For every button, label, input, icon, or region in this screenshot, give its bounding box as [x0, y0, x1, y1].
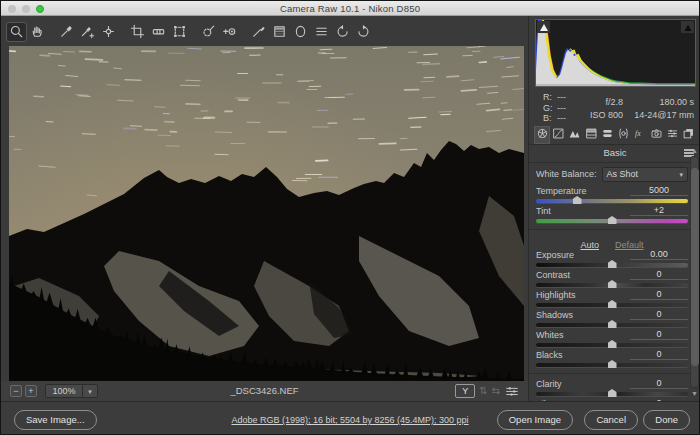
slider-label: Blacks [536, 350, 563, 360]
footer-bar: Save Image... Adobe RGB (1998); 16 bit; … [1, 401, 699, 435]
transform-tool[interactable] [169, 22, 190, 42]
rgb-g-value: --- [557, 103, 566, 113]
panel-tabs: fx [534, 126, 697, 144]
zoom-tool[interactable] [6, 22, 27, 42]
slider-label: Temperature [536, 186, 587, 196]
tab-detail-icon [568, 126, 581, 144]
slider-thumb[interactable] [608, 360, 617, 368]
slider-track[interactable] [536, 343, 688, 347]
white-balance-label: White Balance: [536, 169, 597, 179]
save-image-button[interactable]: Save Image... [14, 410, 97, 430]
hand-tool-icon [30, 24, 45, 39]
tab-effects[interactable]: fx [632, 126, 648, 144]
slider-track[interactable] [536, 363, 688, 367]
rotate-right-button[interactable] [353, 22, 374, 42]
slider-tint: Tint +2 [536, 205, 688, 225]
cancel-button[interactable]: Cancel [584, 410, 638, 430]
slider-track[interactable] [536, 392, 688, 396]
slider-value-field[interactable]: 0 [630, 349, 688, 360]
rotate-left-button[interactable] [332, 22, 353, 42]
slider-value-field[interactable]: +2 [630, 205, 688, 216]
tab-camera-calibration[interactable] [648, 126, 664, 144]
slider-value-field[interactable]: 0 [630, 329, 688, 340]
slider-track[interactable] [536, 199, 688, 203]
slider-thumb[interactable] [608, 280, 617, 288]
targeted-adjustment-tool[interactable] [98, 22, 119, 42]
shadow-clipping-indicator[interactable] [537, 21, 550, 33]
white-balance-select[interactable]: As Shot▾ [602, 167, 688, 182]
tab-split-toning[interactable] [599, 126, 615, 144]
slider-value-field[interactable]: 0 [630, 309, 688, 320]
targeted-adjustment-tool-icon [101, 24, 116, 39]
tab-detail[interactable] [567, 126, 583, 144]
straighten-tool[interactable] [148, 22, 169, 42]
tab-snapshots[interactable] [681, 126, 697, 144]
red-eye-tool[interactable] [219, 22, 240, 42]
svg-text:fx: fx [636, 129, 642, 138]
slider-label: Clarity [536, 379, 562, 389]
slider-label: Tint [536, 206, 551, 216]
slider-thumb[interactable] [608, 320, 617, 328]
slider-track[interactable] [536, 263, 688, 267]
red-eye-tool-icon [222, 24, 237, 39]
tab-basic[interactable] [534, 126, 550, 144]
adjustment-brush-tool[interactable] [248, 22, 269, 42]
preferences-button-icon [314, 24, 329, 39]
copy-settings-icon[interactable]: ⇆ [492, 384, 500, 398]
slider-label: Highlights [536, 290, 576, 300]
slider-blacks: Blacks 0 [536, 349, 688, 369]
panel-title: Basic [529, 147, 700, 158]
tab-tone-curve[interactable] [550, 126, 566, 144]
slider-thumb[interactable] [608, 389, 617, 397]
tab-hsl-grayscale[interactable] [583, 126, 599, 144]
scrollbar-thumb[interactable] [691, 168, 699, 366]
rgb-r-value: --- [557, 92, 566, 102]
slider-thumb[interactable] [608, 300, 617, 308]
slider-value-field[interactable]: 0 [630, 269, 688, 280]
slider-value-field[interactable]: 0.00 [630, 249, 688, 260]
slider-thumb[interactable] [608, 260, 617, 268]
basic-controls: White Balance: As Shot▾ Temperature 5000… [536, 166, 688, 418]
preview-preferences-button[interactable] [504, 384, 520, 398]
slider-value-field[interactable]: 0 [630, 378, 688, 389]
slider-value-field[interactable]: 5000 [630, 185, 688, 196]
spot-removal-tool[interactable] [198, 22, 219, 42]
slider-value-field[interactable]: 0 [630, 289, 688, 300]
slider-thumb[interactable] [608, 340, 617, 348]
slider-thumb[interactable] [573, 196, 582, 204]
graduated-filter-tool[interactable] [269, 22, 290, 42]
photo-star-trails-mountains [9, 46, 524, 381]
slider-label: Whites [536, 330, 564, 340]
tab-presets[interactable] [664, 126, 680, 144]
color-sampler-tool[interactable] [77, 22, 98, 42]
exif-info: R:--- G:--- B:--- f/2.8180.00 s ISO 8001… [535, 92, 696, 124]
radial-filter-tool[interactable] [290, 22, 311, 42]
panel-header: Basic [529, 147, 700, 160]
tab-lens-corrections[interactable] [615, 126, 631, 144]
tab-hsl-grayscale-icon [585, 126, 598, 144]
slider-track[interactable] [536, 323, 688, 327]
white-balance-tool[interactable] [56, 22, 77, 42]
before-after-toggle-button[interactable]: Y [455, 384, 475, 398]
slider-shadows: Shadows 0 [536, 309, 688, 329]
crop-tool[interactable] [127, 22, 148, 42]
preferences-button[interactable] [311, 22, 332, 42]
slider-track[interactable] [536, 283, 688, 287]
image-preview[interactable] [9, 46, 524, 381]
scroll-down-icon[interactable]: ▼ [690, 389, 699, 398]
slider-track[interactable] [536, 303, 688, 307]
done-button[interactable]: Done [643, 410, 690, 430]
swap-before-after-icon[interactable]: ⇅ [479, 384, 487, 398]
slider-label: Shadows [536, 310, 573, 320]
workflow-options-link[interactable]: Adobe RGB (1998); 16 bit; 5504 by 8256 (… [231, 415, 468, 425]
open-image-button[interactable]: Open Image [497, 410, 573, 430]
slider-thumb[interactable] [608, 216, 617, 224]
panel-scrollbar[interactable]: ▲ ▼ [690, 146, 699, 398]
slider-track[interactable] [536, 219, 688, 223]
filename-label: _DSC3426.NEF [1, 385, 528, 396]
hand-tool[interactable] [27, 22, 48, 42]
slider-label: Contrast [536, 270, 570, 280]
highlight-clipping-indicator[interactable] [681, 21, 694, 33]
tab-snapshots-icon [682, 126, 695, 144]
scroll-up-icon[interactable]: ▲ [690, 146, 699, 155]
